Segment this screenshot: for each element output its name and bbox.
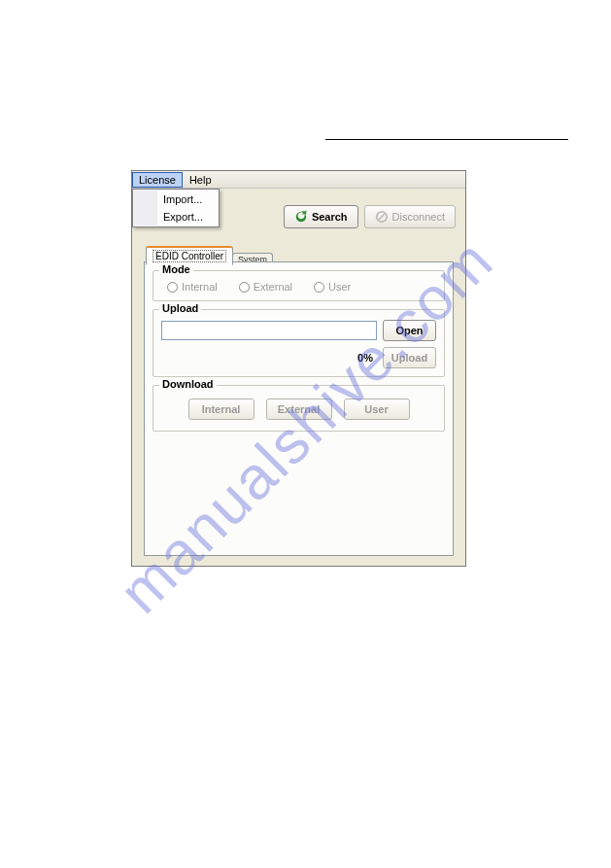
svg-line-1 [378, 214, 385, 221]
menu-license[interactable]: License [132, 172, 183, 188]
mode-radio-external[interactable]: External [239, 281, 292, 293]
tab-panel: Mode Internal External User Upload [144, 261, 454, 556]
mode-radio-internal[interactable]: Internal [167, 281, 218, 293]
upload-progress: 0% [357, 352, 373, 364]
download-user-button[interactable]: User [344, 399, 410, 420]
download-legend: Download [159, 378, 217, 390]
upload-file-input[interactable] [161, 321, 377, 340]
open-button[interactable]: Open [383, 320, 436, 341]
refresh-icon [294, 210, 308, 224]
app-window: License Help Import... Export... Search [131, 170, 466, 567]
mode-radio-external-label: External [254, 281, 292, 293]
radio-icon [314, 282, 324, 293]
radio-icon [239, 282, 250, 293]
tab-edid-controller[interactable]: EDID Controller [146, 246, 233, 265]
upload-legend: Upload [159, 302, 201, 314]
radio-icon [167, 282, 178, 293]
menu-help[interactable]: Help [183, 172, 219, 188]
download-internal-button[interactable]: Internal [188, 399, 255, 420]
upload-group: Upload Open 0% Upload [153, 309, 445, 377]
search-button-label: Search [312, 211, 348, 223]
disconnect-button[interactable]: Disconnect [364, 205, 456, 228]
tab-edid-label: EDID Controller [153, 250, 226, 262]
mode-group: Mode Internal External User [153, 270, 445, 301]
mode-radio-user[interactable]: User [314, 281, 351, 293]
menubar: License Help [132, 171, 465, 189]
search-button[interactable]: Search [284, 205, 358, 228]
disconnect-icon [375, 210, 389, 224]
upload-button[interactable]: Upload [383, 347, 436, 368]
download-group: Download Internal External User [153, 385, 445, 432]
download-external-button[interactable]: External [266, 399, 332, 420]
menu-item-export[interactable]: Export... [157, 208, 218, 226]
mode-radio-user-label: User [328, 281, 351, 293]
mode-radio-internal-label: Internal [182, 281, 218, 293]
menu-item-import[interactable]: Import... [157, 191, 218, 208]
header-underline [325, 139, 568, 140]
license-dropdown: Import... Export... [132, 189, 220, 227]
disconnect-button-label: Disconnect [392, 211, 445, 223]
